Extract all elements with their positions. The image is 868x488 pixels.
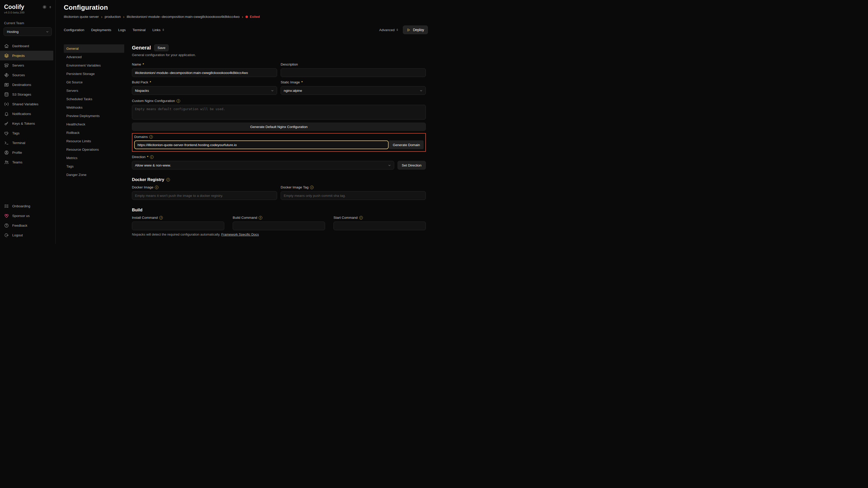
sidebar-item-servers[interactable]: Servers (0, 60, 53, 70)
server-icon (4, 63, 9, 68)
subnav-servers[interactable]: Servers (64, 87, 124, 95)
docker-image-tag-input[interactable] (281, 191, 426, 200)
breadcrumb-application[interactable]: illicitestonion/-module--decomposition:m… (127, 15, 240, 19)
tab-terminal[interactable]: Terminal (132, 28, 146, 32)
theme-sun-icon[interactable] (42, 5, 47, 9)
info-icon[interactable]: i (150, 155, 154, 159)
advanced-menu[interactable]: Advanced (379, 28, 399, 32)
subnav-advanced[interactable]: Advanced (64, 53, 124, 61)
sidebar-item-destinations[interactable]: Destinations (0, 80, 53, 90)
subnav-persistent-storage[interactable]: Persistent Storage (64, 70, 124, 78)
sidebar-item-s3-storages[interactable]: S3 Storages (0, 90, 53, 99)
sidebar-nav: Dashboard Projects Servers Sources Desti… (0, 41, 55, 167)
domains-input[interactable] (134, 140, 389, 149)
checklist-icon (4, 204, 9, 208)
subnav-environment-variables[interactable]: Environment Variables (64, 61, 124, 70)
tab-logs[interactable]: Logs (118, 28, 126, 32)
custom-nginx-textarea[interactable] (132, 105, 426, 120)
breadcrumb: illicitonion quote server › production ›… (64, 15, 434, 19)
current-team-label: Current Team (0, 14, 55, 25)
subnav-scheduled-tasks[interactable]: Scheduled Tasks (64, 95, 124, 103)
subnav-git-source[interactable]: Git Source (64, 78, 124, 87)
subnav-healthcheck[interactable]: Healthcheck (64, 120, 124, 129)
sidebar-item-notifications[interactable]: Notifications (0, 109, 53, 119)
sidebar-item-projects[interactable]: Projects (0, 51, 53, 60)
info-icon[interactable]: i (155, 186, 158, 189)
start-command-label: Start Commandi (334, 216, 426, 220)
docker-image-tag-label: Docker Image Tagi (281, 185, 426, 189)
set-direction-button[interactable]: Set Direction (398, 161, 426, 169)
chevron-down-icon (271, 89, 274, 92)
custom-nginx-label: Custom Nginx Configurationi (132, 99, 426, 103)
subnav-resource-limits[interactable]: Resource Limits (64, 137, 124, 145)
required-marker: * (301, 80, 303, 84)
sidebar-item-terminal[interactable]: Terminal (0, 138, 53, 148)
sidebar-item-keys-tokens[interactable]: Keys & Tokens (0, 119, 53, 128)
docker-image-input[interactable] (132, 191, 277, 200)
sidebar-item-dashboard[interactable]: Dashboard (0, 41, 53, 51)
sidebar-item-sources[interactable]: Sources (0, 70, 53, 80)
subnav-general[interactable]: General (64, 44, 124, 53)
help-circle-icon (4, 223, 9, 228)
status-dot-icon (245, 15, 248, 18)
sidebar-item-shared-variables[interactable]: Shared Variables (0, 99, 53, 109)
subnav-metrics[interactable]: Metrics (64, 154, 124, 162)
git-source-icon (4, 73, 9, 77)
subnav-tags[interactable]: Tags (64, 162, 124, 170)
generate-domain-button[interactable]: Generate Domain (389, 140, 424, 149)
direction-select[interactable]: Allow www & non-www. (132, 161, 394, 169)
info-icon[interactable]: i (310, 186, 314, 189)
section-title-build: Build (132, 207, 426, 213)
name-input[interactable] (132, 68, 277, 77)
subnav-webhooks[interactable]: Webhooks (64, 103, 124, 112)
tabs-row: Configuration Deployments Logs Terminal … (64, 26, 434, 34)
description-input[interactable] (281, 68, 426, 77)
info-icon[interactable]: i (259, 216, 262, 220)
breadcrumb-project[interactable]: illicitonion quote server (64, 15, 99, 19)
tab-configuration[interactable]: Configuration (64, 28, 84, 32)
framework-docs-link[interactable]: Framework Specific Docs (221, 232, 259, 236)
tab-deployments[interactable]: Deployments (91, 28, 111, 32)
sidebar-item-sponsor-us[interactable]: Sponsor us (0, 211, 53, 221)
section-title-docker-registry: Docker Registryi (132, 177, 426, 182)
subnav-preview-deployments[interactable]: Preview Deployments (64, 112, 124, 120)
team-select[interactable]: Hosting (4, 27, 52, 36)
subnav-resource-operations[interactable]: Resource Operations (64, 145, 124, 154)
save-button[interactable]: Save (154, 44, 169, 51)
nixpacks-note: Nixpacks will detect the required config… (132, 232, 426, 236)
theme-switcher-chevrons-icon[interactable] (49, 5, 52, 9)
build-command-input[interactable] (233, 222, 325, 230)
build-pack-select[interactable]: Nixpacks (132, 86, 277, 95)
sidebar-item-teams[interactable]: Teams (0, 157, 53, 167)
static-image-select[interactable]: nginx:alpine (281, 86, 426, 95)
bell-icon (4, 111, 9, 116)
sidebar-item-feedback[interactable]: Feedback (0, 221, 53, 230)
description-label: Description (281, 62, 426, 66)
sidebar-item-profile[interactable]: Profile (0, 148, 53, 157)
sidebar-item-logout[interactable]: Logout (0, 230, 53, 240)
info-icon[interactable]: i (177, 99, 180, 103)
info-icon[interactable]: i (149, 135, 153, 139)
info-icon[interactable]: i (359, 216, 363, 220)
info-icon[interactable]: i (159, 216, 163, 220)
install-command-input[interactable] (132, 222, 224, 230)
sidebar-item-onboarding[interactable]: Onboarding (0, 201, 53, 211)
install-command-label: Install Commandi (132, 216, 224, 220)
users-icon (4, 160, 9, 165)
config-subnav: General Advanced Environment Variables P… (64, 44, 124, 244)
subnav-rollback[interactable]: Rollback (64, 129, 124, 137)
map-icon (4, 83, 9, 87)
sidebar-item-tags[interactable]: Tags (0, 128, 53, 138)
breadcrumb-environment[interactable]: production (104, 15, 121, 19)
name-label: Name* (132, 62, 277, 66)
chevron-down-icon (388, 164, 391, 167)
generate-nginx-button[interactable]: Generate Default Nginx Configuration (132, 123, 426, 131)
info-icon[interactable]: i (166, 178, 170, 182)
chevrons-up-down-icon (396, 28, 399, 32)
build-command-label: Build Commandi (233, 216, 325, 220)
breadcrumb-separator: › (242, 15, 243, 19)
start-command-input[interactable] (334, 222, 426, 230)
subnav-danger-zone[interactable]: Danger Zone (64, 170, 124, 179)
tab-links[interactable]: Links (152, 28, 165, 32)
deploy-button[interactable]: Deploy (403, 26, 428, 34)
